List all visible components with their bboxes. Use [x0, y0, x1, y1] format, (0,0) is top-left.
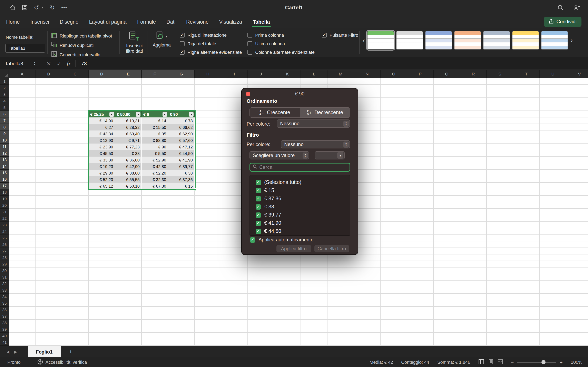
cell-G15[interactable]: € 38: [168, 170, 195, 176]
cell-E10[interactable]: € 9,71: [115, 137, 142, 143]
insert-slicer-button[interactable]: Inserisci filtro dati: [122, 31, 147, 54]
row-header-9[interactable]: 9: [0, 131, 9, 137]
sort-by-color-dropdown[interactable]: Nessuno ▲▼: [277, 119, 350, 128]
row-header-14[interactable]: 14: [0, 163, 9, 170]
tab-revisione[interactable]: Revisione: [186, 16, 209, 27]
cell-F13[interactable]: € 52,90: [142, 157, 168, 163]
clear-filter-button[interactable]: Cancella filtro: [314, 245, 349, 252]
cell-F7[interactable]: € 14: [142, 117, 168, 124]
remove-duplicates-button[interactable]: Rimuovi duplicati: [52, 42, 112, 48]
column-header-S[interactable]: S: [487, 70, 513, 78]
undo-menu-chevron-icon[interactable]: ▾: [42, 6, 43, 9]
select-all-corner[interactable]: [0, 70, 9, 78]
row-header-32[interactable]: 32: [0, 281, 9, 287]
cell-F8[interactable]: € 15,50: [142, 124, 168, 131]
share-button[interactable]: Condividi: [544, 17, 581, 27]
refresh-button[interactable]: ▾ Aggiorna: [150, 31, 173, 48]
column-header-U[interactable]: U: [540, 70, 566, 78]
tab-layout-di-pagina[interactable]: Layout di pagina: [89, 16, 127, 27]
row-header-39[interactable]: 39: [0, 326, 9, 333]
sort-descending-button[interactable]: ZA ↓ Decrescente: [300, 108, 350, 117]
column-header-V[interactable]: V: [566, 70, 588, 78]
row-header-25[interactable]: 25: [0, 235, 9, 242]
normal-view-icon[interactable]: [478, 359, 484, 365]
filter-item-37-36[interactable]: ✓€ 37,36: [250, 194, 350, 203]
summarize-pivot-button[interactable]: Riepiloga con tabella pivot: [52, 33, 112, 39]
zoom-out-icon[interactable]: −: [511, 359, 514, 365]
apply-filter-button[interactable]: Applica filtro: [277, 245, 311, 252]
cell-E15[interactable]: € 38,60: [115, 170, 142, 176]
cell-E17[interactable]: € 50,10: [115, 183, 142, 189]
more-commands-icon[interactable]: •••: [61, 5, 67, 10]
column-header-N[interactable]: N: [354, 70, 380, 78]
tab-home[interactable]: Home: [6, 16, 20, 27]
filter-dropdown-button[interactable]: ▾: [109, 112, 114, 117]
cell-G14[interactable]: € 39,77: [168, 163, 195, 170]
filter-item-39-77[interactable]: ✓€ 39,77: [250, 211, 350, 219]
table-style-blue[interactable]: [425, 31, 452, 50]
row-header-15[interactable]: 15: [0, 170, 9, 176]
filter-dropdown-button[interactable]: ▾: [163, 112, 167, 117]
row-header-24[interactable]: 24: [0, 228, 9, 235]
table-header-cell-D6[interactable]: € 25,25▾: [89, 111, 115, 117]
option-righe-alternate-evidenziate[interactable]: Righe alternate evidenziate: [180, 50, 242, 55]
row-header-30[interactable]: 30: [0, 267, 9, 274]
cell-F15[interactable]: € 52,20: [142, 170, 168, 176]
sheet-tab-foglio1[interactable]: Foglio1: [28, 346, 61, 357]
row-header-13[interactable]: 13: [0, 157, 9, 163]
row-header-20[interactable]: 20: [0, 202, 9, 209]
search-icon[interactable]: [557, 4, 563, 11]
table-style-yellow[interactable]: [512, 31, 539, 50]
tab-visualizza[interactable]: Visualizza: [219, 16, 242, 27]
row-header-37[interactable]: 37: [0, 313, 9, 320]
row-header-5[interactable]: 5: [0, 104, 9, 111]
cell-G16[interactable]: € 37,36: [168, 176, 195, 183]
confirm-entry-icon[interactable]: ✓: [57, 60, 61, 67]
cell-D8[interactable]: € 27: [89, 124, 115, 131]
table-name-input[interactable]: [5, 44, 45, 53]
cancel-entry-icon[interactable]: ✕: [47, 60, 51, 67]
column-header-Q[interactable]: Q: [434, 70, 460, 78]
row-header-3[interactable]: 3: [0, 91, 9, 98]
cell-F14[interactable]: € 42,80: [142, 163, 168, 170]
cell-D15[interactable]: € 29,80: [89, 170, 115, 176]
zoom-level[interactable]: 100%: [571, 360, 582, 365]
filter-by-color-dropdown[interactable]: Nessuno ▲▼: [281, 140, 350, 149]
sort-ascending-button[interactable]: AZ ↓ Crescente: [250, 108, 300, 117]
cell-E7[interactable]: € 13,31: [115, 117, 142, 124]
filter-item-seleziona-tutto[interactable]: ✓(Seleziona tutto): [250, 178, 350, 186]
fill-handle[interactable]: [194, 188, 196, 191]
cell-D14[interactable]: € 19,23: [89, 163, 115, 170]
zoom-in-icon[interactable]: +: [560, 359, 563, 365]
cell-D10[interactable]: € 12,90: [89, 137, 115, 143]
add-people-icon[interactable]: [573, 4, 580, 11]
choose-value-dropdown[interactable]: Scegliere un valore ▲▼: [250, 151, 309, 159]
tab-formule[interactable]: Formule: [137, 16, 156, 27]
table-header-cell-F6[interactable]: € 6▾: [142, 111, 168, 117]
combobox-dropdown-icon[interactable]: ▼: [337, 152, 343, 159]
page-layout-view-icon[interactable]: [488, 359, 493, 365]
row-header-2[interactable]: 2: [0, 85, 9, 91]
cell-D16[interactable]: € 52,20: [89, 176, 115, 183]
cell-D13[interactable]: € 33,30: [89, 157, 115, 163]
search-input[interactable]: [259, 164, 347, 170]
cell-D9[interactable]: € 43,34: [89, 131, 115, 137]
table-header-cell-G6[interactable]: € 90▾: [168, 111, 195, 117]
row-header-8[interactable]: 8: [0, 124, 9, 131]
row-header-36[interactable]: 36: [0, 307, 9, 313]
convert-to-range-button[interactable]: Converti in intervallo: [52, 51, 112, 58]
save-icon[interactable]: [22, 5, 27, 10]
next-sheet-icon[interactable]: ▶: [14, 350, 17, 354]
cell-E8[interactable]: € 28,32: [115, 124, 142, 131]
gallery-next-button[interactable]: ›: [571, 37, 573, 44]
column-header-T[interactable]: T: [513, 70, 540, 78]
name-box[interactable]: Tabella3: [5, 61, 34, 67]
row-header-17[interactable]: 17: [0, 183, 9, 189]
name-box-stepper-icon[interactable]: ▲▼: [34, 62, 36, 66]
row-header-26[interactable]: 26: [0, 242, 9, 248]
cell-D12[interactable]: € 45,50: [89, 150, 115, 157]
zoom-slider-knob[interactable]: [542, 360, 546, 364]
row-header-34[interactable]: 34: [0, 294, 9, 300]
tab-inserisci[interactable]: Inserisci: [30, 16, 49, 27]
cell-E11[interactable]: € 77,23: [115, 143, 142, 150]
